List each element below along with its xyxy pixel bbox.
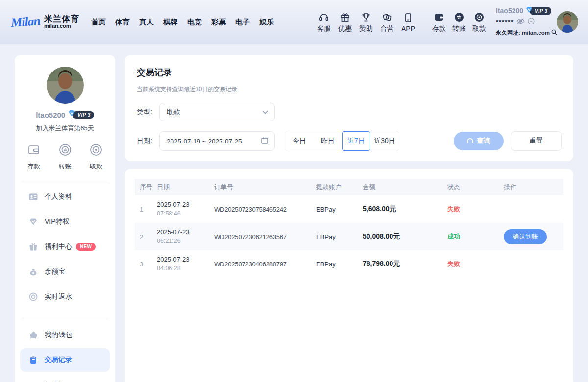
refresh-circle-icon[interactable]: [528, 17, 535, 27]
sidebar-transfer-button[interactable]: 转账: [58, 143, 73, 171]
row-date: 2025-07-23: [157, 228, 214, 237]
status-badge: 失败: [447, 205, 504, 214]
wallet-outline-icon: [26, 143, 41, 159]
nav-entertainment[interactable]: 娱乐: [259, 18, 274, 27]
row-amount: 5,608.00元: [363, 205, 447, 214]
sidebar-item-vip[interactable]: VIP特权: [15, 209, 115, 234]
user-info-block: ltao5200 VIP 3 ******: [496, 6, 554, 39]
transfer-button[interactable]: 转账: [449, 11, 469, 33]
table-row: 1 2025-07-23 07:58:46 WD2025072307584652…: [135, 195, 564, 223]
rebate-circle-icon: [28, 292, 38, 302]
date-range-value: 2025-07-19 ~ 2025-07-25: [167, 138, 242, 145]
joined-days-text: 加入米兰体育第65天: [15, 124, 115, 133]
profile-vip-badge[interactable]: VIP 3: [68, 110, 94, 119]
table-row: 3 2025-07-23 04:06:28 WD2025072304062807…: [135, 250, 564, 278]
col-status: 状态: [447, 183, 504, 191]
gift-box-icon: [28, 242, 38, 252]
row-order-no: WD202507230758465242: [214, 206, 316, 213]
sponsor-button[interactable]: 赞助: [356, 11, 376, 33]
transfer-outline-icon: [58, 143, 73, 159]
nav-live[interactable]: 真人: [139, 18, 154, 27]
row-amount: 50,008.00元: [363, 232, 447, 241]
table-header-row: 序号 日期 订单号 提款账户 金额 状态 操作: [135, 179, 564, 195]
logo-domain-text: milan.com: [44, 24, 79, 29]
service-button[interactable]: 客服: [314, 11, 334, 33]
col-action: 操作: [504, 183, 559, 191]
sidebar-item-profile[interactable]: 个人资料: [15, 184, 115, 209]
row-time: 07:58:46: [157, 209, 214, 218]
row-account: EBPay: [316, 206, 363, 213]
type-select[interactable]: 取款: [159, 103, 275, 121]
col-account: 提款账户: [316, 183, 363, 191]
range-30days-button[interactable]: 近30日: [370, 131, 399, 151]
sidebar-withdraw-button[interactable]: 取款: [89, 143, 103, 171]
headset-icon: [318, 11, 330, 23]
promo-button[interactable]: 优惠: [335, 11, 355, 33]
vip-badge[interactable]: VIP 3: [525, 6, 551, 17]
date-range-input[interactable]: 2025-07-19 ~ 2025-07-25: [159, 131, 275, 151]
calendar-icon: [261, 137, 269, 146]
money-bag-icon: [28, 267, 38, 277]
type-select-value: 取款: [167, 108, 180, 117]
sidebar-item-wallet[interactable]: 我的钱包: [15, 322, 115, 347]
col-order: 订单号: [214, 183, 316, 191]
piggy-bank-icon: [28, 330, 38, 340]
row-amount: 78,798.00元: [363, 260, 447, 268]
range-7days-button[interactable]: 近7日: [342, 131, 370, 151]
sidebar-item-bets[interactable]: 投注记录: [15, 373, 115, 382]
bet-record-icon: [28, 381, 38, 382]
sidebar-item-transactions[interactable]: 交易记录: [20, 348, 110, 372]
filter-card: 交易记录 当前系统支持查询最近30日的交易记录 类型: 取款 日期: 2025-…: [125, 55, 573, 161]
user-avatar[interactable]: [557, 11, 578, 33]
status-badge: 成功: [447, 232, 504, 241]
sidebar-item-benefits[interactable]: 福利中心 NEW: [15, 234, 115, 259]
nav-home[interactable]: 首页: [91, 18, 106, 27]
app-button[interactable]: APP: [398, 12, 418, 33]
profile-avatar[interactable]: [47, 67, 84, 104]
row-account: EBPay: [316, 261, 363, 268]
main-nav: 首页 体育 真人 棋牌 电竞 彩票 电子 娱乐: [91, 18, 274, 27]
magnifier-icon[interactable]: [551, 28, 558, 39]
query-button[interactable]: 查询: [454, 132, 504, 150]
nav-sports[interactable]: 体育: [115, 18, 130, 27]
nav-lottery[interactable]: 彩票: [211, 18, 226, 27]
nav-esports[interactable]: 电竞: [187, 18, 202, 27]
sidebar-item-rebate[interactable]: 实时返水: [15, 284, 115, 309]
transaction-doc-icon: [28, 355, 38, 365]
trophy-icon: [360, 11, 372, 23]
col-date: 日期: [157, 183, 214, 191]
row-date: 2025-07-23: [157, 200, 214, 210]
range-yesterday-button[interactable]: 昨日: [314, 131, 342, 151]
phone-icon: [402, 12, 414, 24]
gift-icon: [339, 11, 351, 23]
chevron-down-icon: [262, 108, 269, 116]
nav-slots[interactable]: 电子: [235, 18, 250, 27]
row-order-no: WD202507230406280797: [214, 261, 316, 268]
username-text: ltao5200: [496, 6, 523, 16]
withdraw-button[interactable]: 取款: [469, 11, 489, 33]
range-today-button[interactable]: 今日: [285, 131, 314, 151]
type-label: 类型:: [137, 108, 159, 117]
masked-balance: ******: [496, 18, 514, 26]
sidebar-item-yuebao[interactable]: 余额宝: [15, 259, 115, 284]
row-time: 06:21:26: [157, 237, 214, 245]
partner-button[interactable]: 合营: [377, 11, 397, 33]
date-range-presets: 今日 昨日 近7日 近30日: [285, 131, 399, 151]
page-subtitle: 当前系统支持查询最近30日的交易记录: [137, 85, 562, 94]
confirm-receipt-button[interactable]: 确认到账: [504, 229, 547, 244]
reset-button[interactable]: 重置: [511, 131, 562, 151]
brand-logo[interactable]: Milan 米兰体育 milan.com: [11, 15, 79, 29]
deposit-icon: [433, 11, 445, 23]
row-date: 2025-07-23: [157, 255, 214, 264]
nav-cards[interactable]: 棋牌: [163, 18, 178, 27]
diamond-icon: [28, 217, 38, 227]
sidebar: ltao5200 VIP 3 加入米兰体育第65天 存款: [15, 55, 115, 382]
eye-slash-icon[interactable]: [516, 17, 525, 27]
withdraw-outline-icon: [89, 143, 103, 159]
vip-diamond-icon: [68, 110, 76, 119]
deposit-button[interactable]: 存款: [429, 11, 449, 33]
top-header: Milan 米兰体育 milan.com 首页 体育 真人 棋牌 电竞 彩票 电…: [0, 0, 588, 44]
sidebar-deposit-button[interactable]: 存款: [26, 143, 41, 171]
row-order-no: WD202507230621263567: [214, 233, 316, 240]
row-account: EBPay: [316, 233, 363, 240]
